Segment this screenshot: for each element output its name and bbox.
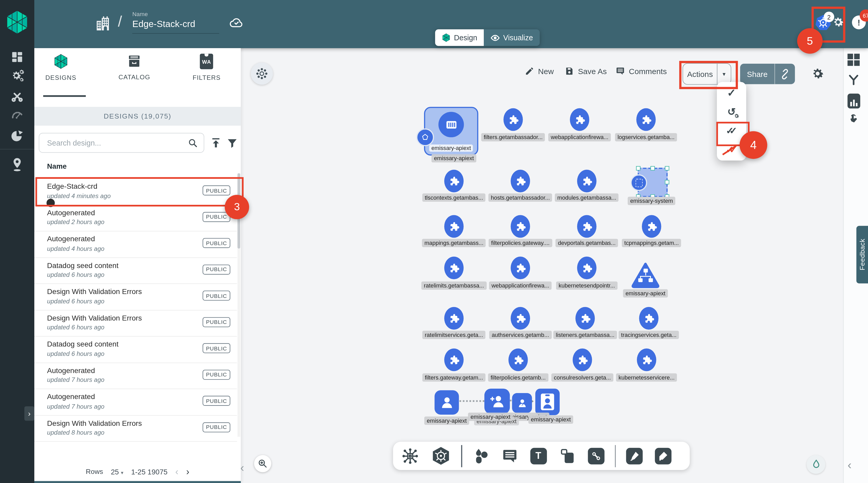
canvas-settings-gear-icon[interactable] <box>811 66 825 81</box>
list-item-design[interactable]: Datadog seed content updated 6 hours ago… <box>34 337 237 363</box>
actions-caret-icon[interactable]: ▼ <box>717 71 731 77</box>
feedback-tab[interactable]: Feedback <box>856 226 868 283</box>
component-shape-badge <box>416 128 434 146</box>
settings-gear-icon[interactable] <box>831 16 845 29</box>
filter-funnel-icon[interactable] <box>226 137 238 149</box>
canvas-node[interactable] <box>576 307 595 330</box>
canvas-node-namespace-selected[interactable] <box>638 168 668 197</box>
text-icon[interactable]: T <box>530 448 547 464</box>
note-icon[interactable] <box>559 448 576 464</box>
chart-icon[interactable] <box>847 94 860 109</box>
canvas-node[interactable] <box>577 170 597 192</box>
canvas-node[interactable] <box>510 256 530 279</box>
canvas-node[interactable] <box>577 215 597 238</box>
shapes-icon[interactable] <box>472 448 489 464</box>
publish-upload-icon[interactable] <box>210 137 222 149</box>
selection-handle[interactable] <box>636 166 641 171</box>
kubernetes-context-switcher[interactable]: 2 <box>815 14 832 31</box>
copy-link-icon[interactable] <box>779 68 791 80</box>
canvas-node[interactable] <box>637 108 656 131</box>
prev-page-chevron[interactable]: ‹ <box>175 467 178 476</box>
connections-pin-icon[interactable] <box>10 157 24 172</box>
node-graph-icon[interactable] <box>401 447 419 465</box>
undeploy-check-off-icon[interactable]: ✓✓ <box>715 142 748 158</box>
canvas-node-person-small[interactable] <box>512 393 532 413</box>
canvas-node[interactable] <box>508 348 528 371</box>
selection-handle[interactable] <box>665 166 669 171</box>
canvas-node[interactable] <box>570 108 589 131</box>
workspace-building-icon[interactable] <box>95 16 111 31</box>
list-item-design[interactable]: Datadog seed content updated 6 hours ago… <box>34 258 237 284</box>
selection-handle[interactable] <box>650 166 655 171</box>
performance-gauge-icon[interactable] <box>10 109 24 122</box>
components-grid-icon[interactable] <box>847 54 860 66</box>
edge-y-icon[interactable] <box>847 73 860 86</box>
canvas-node-cluster-button[interactable] <box>251 63 273 85</box>
configuration-tools-icon[interactable] <box>10 90 24 103</box>
rows-per-page-select[interactable]: 25 ▾ <box>111 467 123 476</box>
ink-drop-button[interactable] <box>807 455 825 474</box>
tab-design[interactable]: Design <box>435 29 484 46</box>
list-item-design[interactable]: Design With Validation Errors updated 8 … <box>34 415 237 442</box>
save-as-button[interactable]: Save As <box>565 66 607 76</box>
list-scrollbar-thumb[interactable] <box>238 173 241 249</box>
tab-visualize[interactable]: Visualize <box>484 29 540 46</box>
dry-run-history-icon[interactable]: ↺ <box>717 103 746 120</box>
validate-check-icon[interactable]: ✓ <box>717 85 746 101</box>
kubernetes-icon[interactable] <box>431 446 451 465</box>
collapse-panel-chevron[interactable]: ‹ <box>240 461 244 475</box>
list-item-design[interactable]: Autogenerated updated 7 hours ago PUBLIC <box>34 363 237 389</box>
next-page-chevron[interactable]: › <box>186 467 189 476</box>
canvas-node[interactable] <box>444 256 464 279</box>
actions-button[interactable]: Actions ▼ <box>683 63 731 85</box>
canvas-node[interactable] <box>444 170 464 192</box>
search-design-input[interactable] <box>46 138 188 147</box>
canvas-node-selected[interactable]: emissary-apiext <box>424 107 478 155</box>
share-button[interactable]: Share <box>740 64 795 84</box>
list-item-design[interactable]: Autogenerated updated 2 hours ago PUBLIC <box>34 205 237 231</box>
extensions-icon[interactable] <box>10 129 24 143</box>
tab-catalog[interactable]: CATALOG <box>119 54 150 80</box>
zoom-in-button[interactable] <box>254 455 271 472</box>
comments-button[interactable]: Comments <box>616 66 667 76</box>
dashboard-icon[interactable] <box>10 51 24 64</box>
canvas-node[interactable] <box>510 170 530 192</box>
canvas-node-person-add[interactable] <box>484 389 510 414</box>
canvas-node[interactable] <box>573 348 592 371</box>
canvas-node[interactable] <box>642 215 661 238</box>
canvas-node-person-badge[interactable] <box>535 389 560 415</box>
design-name-input[interactable] <box>132 19 219 33</box>
collapse-right-rail-chevron[interactable]: ‹ <box>847 458 851 472</box>
canvas-node[interactable] <box>503 108 523 131</box>
canvas-node[interactable] <box>510 215 530 238</box>
canvas-node[interactable] <box>577 256 597 279</box>
edge-pen-icon[interactable] <box>626 448 643 464</box>
canvas-node[interactable] <box>639 307 658 330</box>
list-item-design[interactable]: Design With Validation Errors updated 6 … <box>34 284 237 310</box>
canvas-node-person[interactable] <box>435 390 459 415</box>
list-item-design[interactable]: Autogenerated updated 4 hours ago PUBLIC <box>34 231 237 258</box>
selection-handle[interactable] <box>665 180 669 184</box>
canvas-node[interactable] <box>444 348 464 371</box>
meshery-logo[interactable] <box>4 9 30 35</box>
link-icon[interactable] <box>588 448 604 464</box>
canvas-node[interactable] <box>444 215 464 238</box>
new-button[interactable]: New <box>525 66 554 76</box>
canvas-node[interactable] <box>637 348 656 371</box>
tab-designs[interactable]: DESIGNS <box>45 54 76 81</box>
list-item-design[interactable]: Design With Validation Errors updated 6 … <box>34 310 237 337</box>
canvas-node[interactable] <box>444 307 464 330</box>
canvas-node-network[interactable] <box>631 262 660 288</box>
touch-icon[interactable] <box>847 112 860 124</box>
list-item-design[interactable]: Autogenerated updated 7 hours ago PUBLIC <box>34 389 237 415</box>
canvas-node[interactable] <box>510 307 530 330</box>
cloud-saved-icon[interactable] <box>228 16 244 29</box>
expand-panel-chevron[interactable]: › <box>25 406 34 421</box>
comment-icon[interactable] <box>501 448 518 464</box>
list-item-design[interactable]: Edge-Stack-crd updated 4 minutes ago PUB… <box>34 178 237 205</box>
sketch-pen-icon[interactable] <box>655 448 672 464</box>
deploy-check-icon[interactable]: ✓✓ <box>715 122 748 139</box>
tab-filters[interactable]: WA FILTERS <box>193 54 221 81</box>
search-icon[interactable] <box>188 138 198 148</box>
lifecycle-gears-icon[interactable] <box>10 70 24 83</box>
